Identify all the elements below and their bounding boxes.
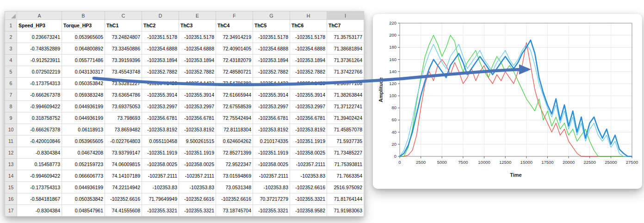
cell[interactable]: 73.69375053: [105, 101, 142, 112]
cell[interactable]: 0.210174335: [253, 136, 290, 147]
cell[interactable]: -0.8304384: [17, 205, 62, 217]
cell[interactable]: 0.048547961: [62, 205, 105, 217]
cell[interactable]: -102354.1423: [290, 78, 327, 89]
cell[interactable]: -102357.2111: [290, 159, 327, 170]
cell[interactable]: 0.044936199: [62, 112, 105, 124]
row-header-7[interactable]: 7: [5, 89, 17, 101]
cell[interactable]: -102356.6781: [253, 112, 290, 124]
cell[interactable]: -102355.3914: [253, 89, 290, 101]
cell[interactable]: 72.9522347: [216, 159, 253, 170]
cell[interactable]: 72.54796389: [216, 78, 253, 89]
header-cell[interactable]: ThC6: [290, 20, 327, 31]
cell[interactable]: 71.37361264: [327, 55, 364, 66]
cell[interactable]: -102352.7882: [290, 66, 327, 78]
cell[interactable]: -0.666267378: [17, 124, 62, 136]
row-header-6[interactable]: 6: [5, 78, 17, 89]
cell[interactable]: -0.666267378: [17, 89, 62, 101]
cell[interactable]: -0.994609422: [17, 101, 62, 112]
cell[interactable]: -102353.1894: [253, 55, 290, 66]
cell[interactable]: 71.7663354: [327, 170, 364, 182]
cell[interactable]: -0.8304384: [17, 147, 62, 159]
row-header-16[interactable]: 16: [5, 193, 17, 205]
cell[interactable]: 71.36977108: [327, 78, 364, 89]
cell[interactable]: 71.5937735: [327, 136, 364, 147]
cell[interactable]: 0.053965605: [62, 31, 105, 43]
cell[interactable]: -102352.7882: [253, 66, 290, 78]
cell[interactable]: 73.8659482: [105, 124, 142, 136]
header-cell[interactable]: ThC3: [179, 20, 216, 31]
row-header-15[interactable]: 15: [5, 182, 17, 193]
cell[interactable]: 72.67558539: [216, 101, 253, 112]
cell[interactable]: -0.173754313: [17, 182, 62, 193]
cell[interactable]: 73.45543748: [105, 66, 142, 78]
column-header-C[interactable]: C: [105, 12, 142, 20]
header-cell[interactable]: ThC1: [105, 20, 142, 31]
cell[interactable]: -102354.1423: [179, 78, 216, 89]
cell[interactable]: 74.14107189: [105, 170, 142, 182]
cell[interactable]: 72.75542494: [216, 112, 253, 124]
cell[interactable]: 74.41555608: [105, 205, 142, 217]
cell[interactable]: 71.91983063: [327, 205, 364, 217]
cell[interactable]: -0.748352889: [17, 43, 62, 55]
row-header-12[interactable]: 12: [5, 147, 17, 159]
column-header-I[interactable]: I: [327, 12, 364, 20]
cell[interactable]: -102358.0025: [253, 159, 290, 170]
cell[interactable]: -102351.1919: [142, 147, 179, 159]
cell[interactable]: -102355.3914: [290, 89, 327, 101]
cell[interactable]: -102353.2997: [142, 101, 179, 112]
cell[interactable]: -102352.6616: [179, 193, 216, 205]
row-header-1[interactable]: 1: [5, 20, 17, 31]
cell[interactable]: -102354.1423: [253, 78, 290, 89]
row-header-14[interactable]: 14: [5, 170, 17, 182]
cell[interactable]: 72.40901405: [216, 43, 253, 55]
cell[interactable]: 74.22114942: [105, 182, 142, 193]
cell[interactable]: 71.81764144: [327, 193, 364, 205]
row-header-17[interactable]: 17: [5, 205, 17, 217]
column-header-D[interactable]: D: [142, 12, 179, 20]
cell[interactable]: -102356.6781: [142, 112, 179, 124]
cell[interactable]: 71.38681894: [327, 43, 364, 55]
column-header-H[interactable]: H: [290, 12, 327, 20]
cell[interactable]: -102355.3914: [179, 89, 216, 101]
cell[interactable]: 73.18745704: [216, 205, 253, 217]
cell[interactable]: -102356.6781: [290, 112, 327, 124]
cell[interactable]: 71.37122741: [327, 101, 364, 112]
cell[interactable]: 0.050353842: [62, 78, 105, 89]
cell[interactable]: -102353.8192: [179, 124, 216, 136]
cell[interactable]: -0.912523911: [17, 55, 62, 66]
cell[interactable]: -102353.83: [142, 182, 179, 193]
header-cell[interactable]: Torque_HP3: [62, 20, 105, 31]
cell[interactable]: -102354.6888: [290, 43, 327, 55]
select-all-corner[interactable]: [5, 12, 17, 20]
cell[interactable]: -0.420010846: [17, 136, 62, 147]
cell[interactable]: -102353.8192: [142, 124, 179, 136]
cell[interactable]: 2516.975092: [327, 182, 364, 193]
cell[interactable]: -102351.1919: [290, 136, 327, 147]
cell[interactable]: -102355.3914: [142, 89, 179, 101]
cell[interactable]: 73.01594869: [216, 170, 253, 182]
cell[interactable]: 0.044936199: [62, 182, 105, 193]
cell[interactable]: -102358.0025: [142, 159, 179, 170]
cell[interactable]: -102354.6888: [142, 43, 179, 55]
cell[interactable]: -102352.6616: [105, 193, 142, 205]
column-header-G[interactable]: G: [253, 12, 290, 20]
cell[interactable]: -102355.3321: [179, 205, 216, 217]
row-header-11[interactable]: 11: [5, 136, 17, 147]
row-header-10[interactable]: 10: [5, 124, 17, 136]
cell[interactable]: 71.39402424: [327, 112, 364, 124]
cell[interactable]: -102352.7882: [179, 66, 216, 78]
cell[interactable]: 0.055771486: [62, 55, 105, 66]
cell[interactable]: 72.61665944: [216, 89, 253, 101]
cell[interactable]: 0.236673241: [17, 31, 62, 43]
cell[interactable]: -102352.7882: [142, 66, 179, 78]
cell[interactable]: 71.37422766: [327, 66, 364, 78]
cell[interactable]: -102354.6888: [179, 43, 216, 55]
row-header-13[interactable]: 13: [5, 159, 17, 170]
row-header-9[interactable]: 9: [5, 112, 17, 124]
cell[interactable]: -102353.83: [253, 182, 290, 193]
cell[interactable]: 73.798693: [105, 112, 142, 124]
cell[interactable]: 0.043130317: [62, 66, 105, 78]
cell[interactable]: -102355.3321: [290, 193, 327, 205]
cell[interactable]: -0.022764803: [105, 136, 142, 147]
cell[interactable]: 0.052159723: [62, 159, 105, 170]
